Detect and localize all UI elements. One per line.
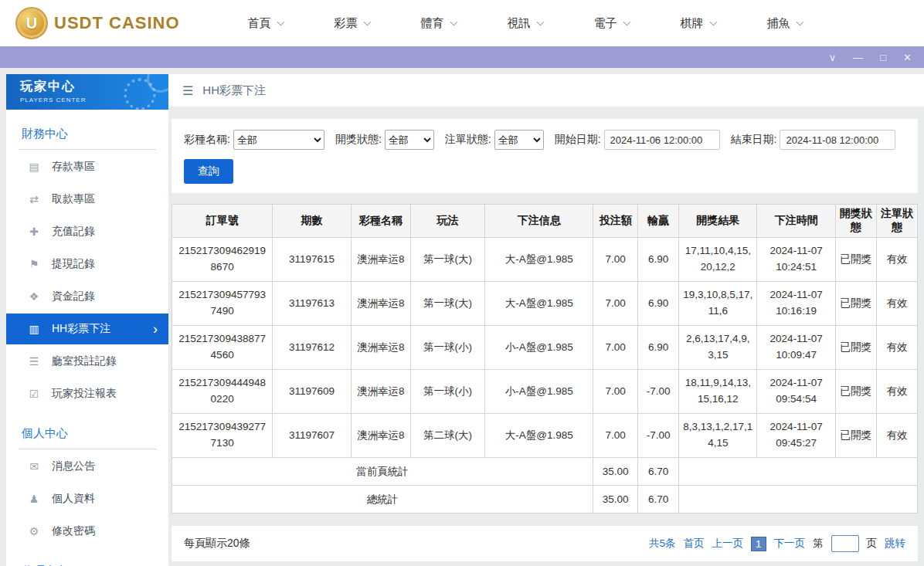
cell-draw-status: 已開獎 <box>835 326 876 370</box>
nav-item-slots[interactable]: 電子 <box>569 0 655 46</box>
end-date-label: 結束日期: <box>731 133 777 147</box>
filter-panel: 彩種名稱: 全部 開獎狀態: 全部 注單狀態: 全部 開始日期: 結束日期: 查… <box>172 119 918 193</box>
sidebar-item-hall-bet-records[interactable]: ☰廳室投註記錄 <box>6 346 168 377</box>
page-summary-row: 當前頁統計35.006.70 <box>172 458 918 486</box>
deposit-icon: ▤ <box>26 161 42 173</box>
cell-period: 31197615 <box>273 238 351 282</box>
table-row: 215217309457793749031197613澳洲幸运8第一球(大)大-… <box>172 282 918 326</box>
summary-bet-amount: 35.00 <box>593 458 638 486</box>
chevron-down-icon <box>709 18 717 25</box>
col-period: 期數 <box>273 205 351 238</box>
jump-prefix: 第 <box>813 537 824 551</box>
coin-letter: U <box>26 15 37 32</box>
cell-lottery-name: 澳洲幸运8 <box>351 282 410 326</box>
section-title-personal-center: 個人中心 <box>19 420 156 449</box>
summary-win-loss: 6.70 <box>638 458 679 486</box>
bets-table-card: 訂單號期數彩種名稱玩法下注信息投注額輸贏開獎結果下注時間開獎狀態注單狀態 215… <box>172 204 918 513</box>
breadcrumb-bar: ☰ HH彩票下注 <box>168 74 924 107</box>
close-icon[interactable]: ✕ <box>903 53 912 63</box>
section-title-agent-center: 代理中心 <box>19 558 156 566</box>
sidebar-title: 玩家中心 <box>20 79 168 95</box>
order-status-select[interactable]: 全部 <box>494 130 544 150</box>
nav-item-home[interactable]: 首頁 <box>223 0 309 46</box>
cell-order-no: 2152173094577937490 <box>172 282 273 326</box>
nav-item-live-video[interactable]: 視訊 <box>482 0 569 46</box>
search-button[interactable]: 查詢 <box>184 159 233 184</box>
collapse-icon[interactable]: ∨ <box>829 53 837 63</box>
menu-toggle-icon[interactable]: ☰ <box>182 83 193 98</box>
nav-item-label: 首頁 <box>248 16 271 31</box>
cell-bet-time: 2024-11-07 10:09:47 <box>757 326 835 370</box>
sidebar-item-player-bet-report[interactable]: ☑玩家投注報表 <box>6 378 168 409</box>
nav-item-label: 捕魚 <box>767 16 790 31</box>
funds-record-icon: ❖ <box>26 290 42 303</box>
col-order-status: 注單狀態 <box>876 205 917 238</box>
summary-empty <box>679 458 918 486</box>
sidebar-item-profile[interactable]: ♟個人資料 <box>6 483 168 514</box>
logo[interactable]: U USDT CASINO <box>15 7 180 39</box>
cell-lottery-name: 澳洲幸运8 <box>351 370 410 414</box>
cell-draw-status: 已開獎 <box>835 414 876 458</box>
draw-status-select[interactable]: 全部 <box>385 130 434 150</box>
nav-item-label: 視訊 <box>508 16 531 31</box>
cell-bet-amount: 7.00 <box>593 370 638 414</box>
sidebar-item-label: 消息公告 <box>52 459 95 473</box>
profile-icon: ♟ <box>26 493 42 505</box>
cell-order-status: 有效 <box>876 326 917 370</box>
minimize-icon[interactable]: — <box>853 53 863 63</box>
cell-bet-time: 2024-11-07 10:24:51 <box>757 238 835 282</box>
first-page-link[interactable]: 首页 <box>683 537 704 551</box>
nav-item-sports[interactable]: 體育 <box>396 0 482 46</box>
cell-order-status: 有效 <box>876 414 917 458</box>
cell-bet-info: 小-A盤@1.985 <box>485 326 593 370</box>
sidebar-item-label: 存款專區 <box>52 160 95 174</box>
change-password-icon: ⚙ <box>26 525 42 537</box>
total-count: 共5条 <box>649 537 676 551</box>
cell-bet-info: 大-A盤@1.985 <box>485 282 593 326</box>
sidebar-item-deposit[interactable]: ▤存款專區 <box>6 151 168 182</box>
order-status-label: 注單狀態: <box>445 133 491 147</box>
nav-item-label: 電子 <box>594 16 617 31</box>
hall-bet-records-icon: ☰ <box>26 355 42 368</box>
section-title-finance-center: 財務中心 <box>19 120 156 150</box>
col-order-no: 訂單號 <box>172 205 273 238</box>
bets-table: 訂單號期數彩種名稱玩法下注信息投注額輸贏開獎結果下注時間開獎狀態注單狀態 215… <box>172 204 918 513</box>
page-jump-input[interactable] <box>831 535 859 552</box>
sidebar-item-funds-record[interactable]: ❖資金記錄 <box>6 281 168 312</box>
col-draw-status: 開獎狀態 <box>835 205 876 238</box>
sidebar-item-recharge-record[interactable]: ✚充值記錄 <box>6 216 168 247</box>
cell-bet-info: 小-A盤@1.985 <box>485 370 593 414</box>
top-header: U USDT CASINO 首頁彩票體育視訊電子棋牌捕魚 <box>0 0 924 46</box>
nav-item-board-games[interactable]: 棋牌 <box>655 0 742 46</box>
cell-win-loss: 6.90 <box>638 326 679 370</box>
cell-win-loss: 6.90 <box>638 238 679 282</box>
sidebar-item-label: 廳室投註記錄 <box>52 354 117 368</box>
sidebar-item-withdraw[interactable]: ⇄取款專區 <box>6 184 168 215</box>
cell-period: 31197612 <box>273 326 351 370</box>
sidebar-item-withdrawal-record[interactable]: ⚑提現記錄 <box>6 249 168 280</box>
sidebar: 玩家中心 PLAYERS CENTER 財務中心▤存款專區⇄取款專區✚充值記錄⚑… <box>6 74 168 566</box>
cell-order-status: 有效 <box>876 282 917 326</box>
nav-item-fishing[interactable]: 捕魚 <box>742 0 828 46</box>
breadcrumb: HH彩票下注 <box>202 83 266 98</box>
window-controls: ∨—□✕ <box>829 53 924 63</box>
summary-empty <box>679 486 918 513</box>
maximize-icon[interactable]: □ <box>880 53 886 63</box>
nav-item-lottery[interactable]: 彩票 <box>309 0 396 46</box>
next-page-link[interactable]: 下一页 <box>774 537 806 551</box>
sidebar-item-hh-lottery-bets[interactable]: ▥HH彩票下注› <box>6 314 168 344</box>
lottery-name-select[interactable]: 全部 <box>233 130 324 150</box>
sidebar-item-change-password[interactable]: ⚙修改密碼 <box>6 516 168 547</box>
summary-label: 總統計 <box>172 486 593 513</box>
start-date-input[interactable] <box>604 130 720 150</box>
main-nav: 首頁彩票體育視訊電子棋牌捕魚 <box>223 0 828 46</box>
cell-bet-info: 大-A盤@1.985 <box>485 238 593 282</box>
cell-draw-result: 19,3,10,8,5,17,11,6 <box>679 282 757 326</box>
cell-lottery-name: 澳洲幸运8 <box>351 238 410 282</box>
sidebar-item-messages[interactable]: ✉消息公告 <box>6 451 168 482</box>
end-date-input[interactable] <box>780 130 895 150</box>
cell-draw-result: 2,6,13,17,4,9,3,15 <box>679 326 757 370</box>
prev-page-link[interactable]: 上一页 <box>712 537 743 551</box>
nav-item-label: 棋牌 <box>681 16 704 31</box>
jump-button[interactable]: 跳转 <box>885 537 905 551</box>
